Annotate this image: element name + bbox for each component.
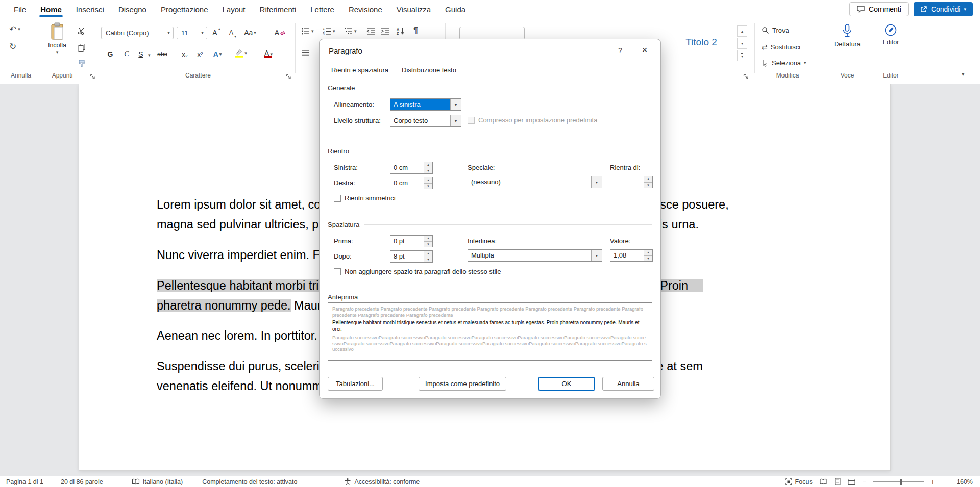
- alignment-dropdown[interactable]: A sinistra ▾: [390, 98, 461, 111]
- tab-rientri-e-spaziatura[interactable]: Rientri e spaziatura: [325, 63, 395, 76]
- dictate-button[interactable]: Dettatura: [831, 23, 864, 48]
- italic-button[interactable]: C: [120, 48, 133, 60]
- spin-down-icon[interactable]: ▼: [424, 184, 432, 189]
- zoom-slider-thumb[interactable]: [900, 479, 902, 485]
- read-mode-view-icon[interactable]: [819, 478, 827, 485]
- print-layout-view-icon[interactable]: [834, 478, 841, 485]
- decrease-indent-button[interactable]: [364, 25, 377, 37]
- special-dropdown[interactable]: (nessuno) ▾: [468, 176, 602, 188]
- bold-button[interactable]: G: [104, 48, 116, 60]
- text-completion-status[interactable]: Completamento del testo: attivato: [202, 478, 297, 485]
- justify-button[interactable]: [299, 48, 311, 58]
- document-text-line[interactable]: venenatis eleifend. Ut nonummy.: [157, 377, 331, 395]
- page-indicator[interactable]: Pagina 1 di 1: [6, 478, 43, 485]
- zoom-out-button[interactable]: −: [862, 478, 866, 485]
- shrink-font-button[interactable]: A ▾: [227, 27, 239, 39]
- tab-revisione[interactable]: Revisione: [342, 1, 389, 18]
- style-item-titolo2[interactable]: Titolo 2: [673, 37, 730, 48]
- tab-home[interactable]: Home: [34, 1, 68, 18]
- focus-mode-button[interactable]: Focus: [785, 478, 813, 485]
- clear-formatting-button[interactable]: A: [274, 27, 286, 39]
- numbering-button[interactable]: 123 ▾: [321, 25, 337, 37]
- cut-button[interactable]: [76, 25, 87, 36]
- font-size-combobox[interactable]: 11 ▾: [177, 27, 207, 39]
- styles-gallery-up-button[interactable]: ▴: [737, 25, 747, 37]
- web-layout-view-icon[interactable]: [848, 478, 855, 485]
- indent-by-spinner[interactable]: ▲▼: [610, 176, 653, 188]
- checkbox-box[interactable]: [334, 268, 341, 275]
- spin-down-icon[interactable]: ▼: [644, 183, 652, 188]
- grow-font-button[interactable]: A ▴: [210, 27, 223, 39]
- clipboard-dialog-launcher-icon[interactable]: [90, 74, 95, 80]
- spin-up-icon[interactable]: ▲: [424, 236, 432, 242]
- accessibility-status[interactable]: Accessibilità: conforme: [344, 478, 420, 485]
- tab-disegno[interactable]: Disegno: [112, 1, 153, 18]
- style-item-normal[interactable]: [459, 27, 525, 40]
- tab-progettazione[interactable]: Progettazione: [154, 1, 215, 18]
- tab-riferimenti[interactable]: Riferimenti: [253, 1, 303, 18]
- word-count[interactable]: 20 di 86 parole: [61, 478, 103, 485]
- cancel-button[interactable]: Annulla: [602, 377, 654, 391]
- spin-down-icon[interactable]: ▼: [424, 242, 432, 247]
- text-effects-button[interactable]: A ▾: [211, 48, 224, 60]
- spin-down-icon[interactable]: ▼: [644, 256, 652, 262]
- share-button[interactable]: Condividi ▾: [914, 2, 973, 16]
- indent-left-spinner[interactable]: 0 cm ▲▼: [390, 162, 433, 174]
- copy-button[interactable]: [76, 42, 88, 53]
- increase-indent-button[interactable]: [379, 25, 391, 37]
- tab-file[interactable]: File: [7, 1, 33, 18]
- styles-dialog-launcher-icon[interactable]: [743, 74, 749, 80]
- multilevel-list-button[interactable]: ▾: [342, 25, 359, 37]
- tabs-button[interactable]: Tabulazioni...: [328, 377, 383, 391]
- spin-down-icon[interactable]: ▼: [424, 257, 432, 263]
- chevron-down-icon[interactable]: ▾: [591, 250, 602, 261]
- help-icon[interactable]: ?: [615, 46, 626, 55]
- zoom-in-button[interactable]: +: [930, 478, 935, 485]
- spin-up-icon[interactable]: ▲: [424, 251, 432, 257]
- chevron-down-icon[interactable]: ▾: [450, 99, 461, 110]
- tab-inserisci[interactable]: Inserisci: [69, 1, 111, 18]
- spin-up-icon[interactable]: ▲: [644, 250, 652, 256]
- superscript-button[interactable]: x²: [194, 48, 206, 60]
- find-button[interactable]: Trova: [762, 27, 789, 34]
- change-case-button[interactable]: Aa ▾: [244, 27, 256, 39]
- spacing-at-spinner[interactable]: 1,08 ▲▼: [610, 249, 653, 262]
- subscript-button[interactable]: x₂: [179, 48, 191, 60]
- tab-visualizza[interactable]: Visualizza: [390, 1, 437, 18]
- set-as-default-button[interactable]: Imposta come predefinito: [419, 377, 506, 391]
- zoom-percentage[interactable]: 160%: [957, 478, 973, 485]
- highlight-color-button[interactable]: ▾: [235, 47, 247, 59]
- spacing-after-spinner[interactable]: 8 pt ▲▼: [390, 250, 433, 263]
- no-space-same-style-checkbox[interactable]: Non aggiungere spazio tra paragrafi dell…: [334, 268, 501, 275]
- paste-button[interactable]: Incolla ▾: [43, 22, 71, 55]
- show-paragraph-marks-button[interactable]: ¶: [411, 24, 420, 36]
- ok-button[interactable]: OK: [538, 377, 595, 391]
- chevron-down-icon[interactable]: ▾: [450, 115, 461, 126]
- comments-button[interactable]: Commenti: [849, 2, 909, 16]
- selected-text[interactable]: pharetra nonummy pede.: [157, 299, 291, 312]
- spin-up-icon[interactable]: ▲: [424, 177, 432, 184]
- checkbox-box[interactable]: [334, 195, 341, 202]
- redo-button[interactable]: ↻: [7, 41, 18, 53]
- chevron-down-icon[interactable]: ▾: [591, 176, 602, 188]
- line-spacing-dropdown[interactable]: Multipla ▾: [468, 249, 602, 262]
- spin-down-icon[interactable]: ▼: [424, 168, 432, 174]
- styles-gallery-more-button[interactable]: ▾: [737, 50, 747, 61]
- spacing-before-spinner[interactable]: 0 pt ▲▼: [390, 235, 433, 247]
- bullets-button[interactable]: ▾: [299, 25, 316, 37]
- spin-up-icon[interactable]: ▲: [644, 176, 652, 183]
- tab-layout[interactable]: Layout: [216, 1, 252, 18]
- undo-button[interactable]: ↶ ▾: [7, 23, 22, 35]
- indent-right-spinner[interactable]: 0 cm ▲▼: [390, 177, 433, 189]
- sort-button[interactable]: AZ: [394, 25, 407, 37]
- chevron-down-icon[interactable]: ▾: [148, 53, 151, 58]
- zoom-slider[interactable]: [873, 481, 924, 482]
- spin-up-icon[interactable]: ▲: [424, 162, 432, 168]
- tab-guida[interactable]: Guida: [438, 1, 472, 18]
- language-indicator[interactable]: Italiano (Italia): [132, 478, 183, 485]
- font-color-button[interactable]: A ▾: [262, 48, 275, 60]
- tab-lettere[interactable]: Lettere: [304, 1, 341, 18]
- collapse-ribbon-icon[interactable]: ▾: [962, 71, 965, 77]
- format-painter-button[interactable]: [76, 58, 88, 69]
- strikethrough-button[interactable]: abc: [156, 48, 168, 60]
